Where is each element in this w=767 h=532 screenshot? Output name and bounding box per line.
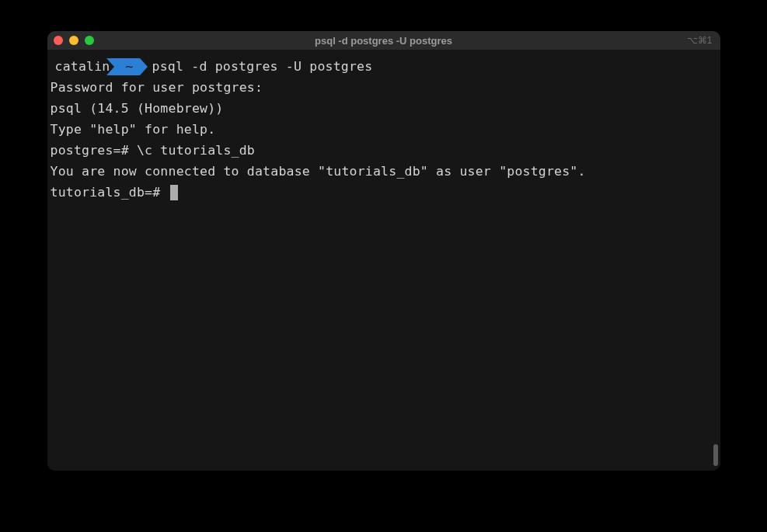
maximize-icon[interactable] bbox=[85, 36, 94, 45]
cursor-icon bbox=[170, 185, 178, 200]
output-line: psql (14.5 (Homebrew)) bbox=[51, 98, 717, 119]
terminal-window: psql -d postgres -U postgres ⌥⌘1 catalin… bbox=[47, 31, 720, 471]
prompt-command: psql -d postgres -U postgres bbox=[149, 56, 373, 77]
window-title: psql -d postgres -U postgres bbox=[47, 35, 720, 47]
psql-prompt-text: tutorials_db=# bbox=[51, 185, 169, 200]
output-line: You are now connected to database "tutor… bbox=[51, 161, 717, 182]
output-line: Password for user postgres: bbox=[51, 77, 717, 98]
output-line: Type "help" for help. bbox=[51, 119, 717, 140]
output-line: postgres=# \c tutorials_db bbox=[51, 140, 717, 161]
shell-prompt-line: catalin ~ psql -d postgres -U postgres bbox=[51, 56, 717, 77]
minimize-icon[interactable] bbox=[69, 36, 78, 45]
window-shortcut-indicator: ⌥⌘1 bbox=[687, 35, 713, 46]
prompt-user: catalin bbox=[51, 56, 115, 77]
traffic-lights bbox=[54, 36, 94, 45]
psql-prompt-line: tutorials_db=# bbox=[51, 182, 717, 203]
terminal-body[interactable]: catalin ~ psql -d postgres -U postgres P… bbox=[47, 50, 720, 471]
prompt-path-badge: ~ bbox=[114, 58, 139, 75]
close-icon[interactable] bbox=[54, 36, 63, 45]
scrollbar-thumb[interactable] bbox=[713, 444, 718, 466]
title-bar[interactable]: psql -d postgres -U postgres ⌥⌘1 bbox=[47, 31, 720, 50]
prompt-path-text: ~ bbox=[125, 56, 133, 77]
